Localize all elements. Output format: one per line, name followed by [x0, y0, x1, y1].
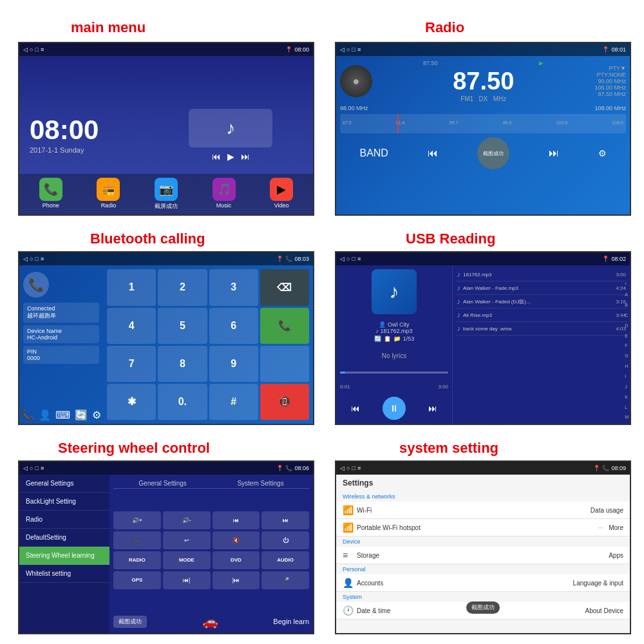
num-5[interactable]: 5: [158, 308, 207, 345]
sys-wifi-item[interactable]: 📶 Wi-Fi Data usage: [336, 502, 630, 519]
bt-contacts-icon[interactable]: 👤: [39, 409, 52, 421]
sw-call[interactable]: 📞: [113, 531, 161, 549]
num-4[interactable]: 4: [107, 308, 156, 345]
sw-steering-wheel-learning[interactable]: Steering Wheel learning: [19, 547, 109, 565]
storage-icon: ≡: [343, 550, 353, 560]
sw-begin-learn[interactable]: Begin learn: [273, 618, 309, 625]
radio-next-btn[interactable]: ⏭: [549, 147, 559, 159]
accounts-icon: 👤: [343, 578, 353, 588]
radio-app[interactable]: 📻 Radio: [97, 178, 120, 211]
sw-default-setting[interactable]: DefaultSetting: [19, 529, 109, 547]
bt-dialpad-icon[interactable]: ⌨: [55, 409, 70, 421]
radio-settings-btn[interactable]: ⚙: [598, 148, 607, 158]
bt-status-bar: ◁○□≡ 📍📞08:03: [19, 252, 313, 265]
radio-center-btn[interactable]: 截图成功: [477, 137, 509, 169]
usb-controls: ⏮ ⏸ ⏭: [340, 397, 448, 420]
bt-refresh-icon[interactable]: 🔄: [75, 409, 88, 421]
sw-backlight-setting[interactable]: BackLight Setting: [19, 493, 109, 511]
usb-time: 0:01 3:00: [340, 384, 448, 390]
sw-vol-down[interactable]: 🔊-: [163, 511, 211, 529]
usb-track-5[interactable]: ♪ back some day .wma 4:03: [455, 322, 627, 336]
phone-app[interactable]: 📞 Phone: [39, 178, 62, 211]
num-star[interactable]: ✱: [107, 384, 156, 421]
sw-general-settings[interactable]: General Settings: [19, 475, 109, 493]
sw-vol-up[interactable]: 🔊+: [113, 511, 161, 529]
sys-data-usage[interactable]: Data usage: [591, 507, 623, 514]
num-del[interactable]: ⌫: [260, 269, 309, 306]
usb-next-btn[interactable]: ⏭: [428, 403, 437, 413]
num-1[interactable]: 1: [107, 269, 156, 306]
music-widget[interactable]: ♪: [189, 109, 272, 147]
usb-track-3[interactable]: ♪ Alan Walker - Faded (DJ版)... 3:16: [455, 295, 627, 308]
usb-track-4[interactable]: ♪ All Rise.mp3 3:44: [455, 308, 627, 322]
num-call[interactable]: 📞: [260, 308, 309, 345]
radio-screen: ◁○□≡ 📍08:01 ● 87.50 ▶ 87.50 FM1 DX MHz: [335, 42, 631, 216]
sw-content: General Settings BackLight Setting Radio…: [19, 475, 313, 633]
usb-play-btn[interactable]: ⏸: [383, 397, 406, 420]
sw-radio-btn[interactable]: RADIO: [113, 551, 161, 569]
sys-hotspot-item[interactable]: 📶 Portable Wi-Fi hotspot ··· More: [336, 519, 630, 536]
radio-prev-btn[interactable]: ⏮: [428, 147, 438, 159]
next-icon[interactable]: ⏭: [241, 151, 250, 162]
bt-content: 📞 Connected 越环越跑单 Device Name HC-Android…: [19, 265, 313, 424]
sys-apps-label[interactable]: Apps: [609, 552, 623, 559]
sw-prev2[interactable]: ⏮|: [163, 571, 211, 589]
radio-band-btn[interactable]: BAND: [359, 147, 388, 159]
radio-label: Radio: [425, 19, 464, 36]
sw-whitelist-setting[interactable]: Whitelist setting: [19, 565, 109, 583]
sw-mic[interactable]: 🎤: [261, 571, 309, 589]
radio-freq-90: 90.00 MHz: [594, 78, 626, 84]
play-icon[interactable]: ▶: [227, 151, 234, 162]
sys-toast: 截图成功: [466, 601, 500, 614]
bt-settings-icon[interactable]: ⚙: [92, 409, 101, 421]
music-app[interactable]: 🎵 Music: [213, 178, 236, 211]
sys-more-label[interactable]: More: [609, 524, 623, 531]
usb-player: ♪ 👤 Owl City ♪ 181762.mp3 🔄📋📁 1/53 No ly…: [336, 265, 452, 424]
prev-icon[interactable]: ⏮: [212, 151, 221, 162]
sys-language-label[interactable]: Language & input: [573, 580, 623, 587]
main-menu-screen: ◁○□≡ 📍08:00 08:00 2017-1-1 Sunday ♪ ⏮ ▶ …: [18, 42, 314, 216]
sys-hotspot-label: Portable Wi-Fi hotspot: [357, 524, 421, 531]
radio-album-art: ●: [340, 65, 372, 97]
num-7[interactable]: 7: [107, 346, 156, 382]
sys-about-label[interactable]: About Device: [585, 607, 623, 614]
sw-gps-btn[interactable]: GPS: [113, 571, 161, 589]
sw-prev-track[interactable]: ⏮: [213, 511, 260, 529]
sw-dvd-btn[interactable]: DVD: [213, 551, 260, 569]
num-8[interactable]: 8: [158, 346, 207, 382]
radio-freq-106: 106.00 MHz: [594, 84, 626, 91]
sw-audio-btn[interactable]: AUDIO: [261, 551, 309, 569]
sw-power[interactable]: ⏻: [261, 531, 309, 549]
num-9[interactable]: 9: [209, 346, 258, 382]
num-endcall[interactable]: 📵: [260, 384, 309, 421]
sys-accounts-item[interactable]: 👤 Accounts Language & input: [336, 574, 630, 592]
radio-freq-unit: MHz: [493, 95, 507, 102]
sw-mode-btn[interactable]: MODE: [163, 551, 211, 569]
usb-progress-fill: [340, 372, 345, 374]
sw-radio[interactable]: Radio: [19, 511, 109, 529]
sw-next2[interactable]: |⏭: [213, 571, 260, 589]
bt-call-icon[interactable]: 📞: [21, 409, 34, 421]
sw-back[interactable]: ↩: [163, 531, 211, 549]
num-3[interactable]: 3: [209, 269, 258, 306]
radio-freq-main: 87.50: [372, 68, 594, 95]
bt-numpad: 1 2 3 ⌫ 4 5 6 📞 7 8 9 ✱ 0. # 📵: [103, 265, 313, 424]
sw-mute[interactable]: 🔇: [213, 531, 260, 549]
radio-freq-row: 98.00 MHz 108.00 MHz: [340, 105, 626, 111]
usb-progress-bar[interactable]: [340, 372, 448, 374]
video-app[interactable]: ▶ Video: [270, 178, 293, 211]
screenshot-app[interactable]: 📷 截屏成功: [155, 178, 178, 211]
num-hash[interactable]: #: [209, 384, 258, 421]
num-2[interactable]: 2: [158, 269, 207, 306]
num-0[interactable]: 0.: [158, 384, 207, 421]
radio-controls: BAND ⏮ 截图成功 ⏭ ⚙: [340, 137, 626, 169]
usb-prev-btn[interactable]: ⏮: [351, 403, 360, 413]
usb-track-2[interactable]: ♪ Alan Walker - Fade.mp3 4:24: [455, 281, 627, 295]
sw-next-track[interactable]: ⏭: [261, 511, 309, 529]
usb-track-1[interactable]: ♪ 181762.mp3 3:00: [455, 268, 627, 281]
sys-storage-item[interactable]: ≡ Storage Apps: [336, 547, 630, 564]
num-6[interactable]: 6: [209, 308, 258, 345]
sys-title: Settings: [336, 475, 630, 491]
datetime-icon: 🕐: [343, 605, 353, 616]
sw-bottom-bar: 截图成功 🚗 Begin learn: [113, 611, 309, 629]
